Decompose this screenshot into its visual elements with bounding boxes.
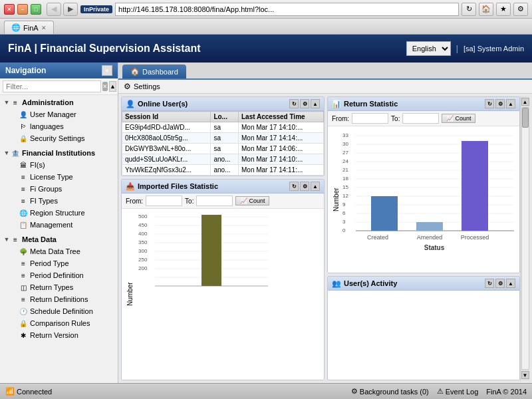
return-stat-collapse-button[interactable]: ▲ — [506, 99, 515, 108]
tab-dashboard[interactable]: 🏠 Dashboard — [122, 65, 186, 78]
imported-settings-button[interactable]: ⚙ — [300, 182, 309, 191]
table-cell: EG9ip4dRD-dJaWD... — [122, 122, 211, 133]
sidebar-filter-input[interactable] — [3, 80, 101, 92]
sidebar-item-fis[interactable]: 🏛 FI(s) — [0, 159, 118, 171]
fi-types-icon: ≡ — [19, 196, 28, 205]
sidebar-collapse-button[interactable]: « — [102, 65, 112, 76]
svg-text:12: 12 — [342, 193, 348, 199]
user-activity-title: User(s) Activity — [344, 279, 397, 287]
period-def-icon: ≡ — [19, 271, 28, 280]
settings-label[interactable]: Settings — [134, 82, 160, 90]
scroll-up-button[interactable]: ▲ — [521, 98, 529, 106]
statusbar: 📶 Connected ⚙ Background tasks (0) ⚠ Eve… — [0, 383, 532, 399]
minimize-window-button[interactable]: − — [17, 4, 28, 15]
sidebar-item-return-types[interactable]: ◫ Return Types — [0, 281, 118, 293]
browser-tab-fina[interactable]: 🌐 FinA ✕ — [4, 21, 54, 34]
license-icon: ≡ — [19, 172, 28, 182]
imported-from-input[interactable] — [146, 196, 182, 206]
user-activity-refresh-button[interactable]: ↻ — [485, 279, 494, 288]
period-type-label: Period Type — [30, 259, 69, 267]
comparison-rules-label: Comparison Rules — [30, 319, 90, 327]
imported-count-button[interactable]: 📈 Count — [235, 196, 269, 205]
browser-tabbar: 🌐 FinA ✕ — [0, 19, 532, 35]
favorites-button[interactable]: ★ — [496, 3, 511, 16]
sidebar-item-security-settings[interactable]: 🔒 Security Settings — [0, 132, 118, 144]
imported-refresh-button[interactable]: ↻ — [289, 182, 299, 191]
sidebar-item-fi-groups[interactable]: ≡ Fi Groups — [0, 183, 118, 195]
refresh-button[interactable]: ↻ — [462, 3, 476, 16]
management-icon: 📋 — [19, 220, 28, 229]
sidebar-item-return-definitions[interactable]: ≡ Return Definitions — [0, 293, 118, 305]
inprivate-badge: InPrivate — [80, 5, 112, 13]
imported-collapse-button[interactable]: ▲ — [311, 182, 320, 191]
imported-files-panel: 📥 Imported Files Statistic ↻ ⚙ ▲ From: T… — [121, 179, 325, 380]
sidebar-item-management[interactable]: 📋 Management — [0, 219, 118, 231]
sidebar-item-languages[interactable]: 🏳 languages — [0, 120, 118, 132]
table-cell: qudd+S9LuUoAKLr... — [122, 154, 211, 165]
sidebar-item-schedule-definition[interactable]: 🕐 Schedule Definition — [0, 305, 118, 317]
user-activity-header: 👥 User(s) Activity ↻ ⚙ ▲ — [328, 277, 519, 291]
return-stat-icon: 📊 — [332, 100, 341, 108]
sidebar-filter-clear-button[interactable]: ✕ — [102, 82, 108, 91]
imported-to-input[interactable] — [196, 196, 233, 206]
expand-icon: ▼ — [3, 235, 11, 243]
svg-text:3: 3 — [342, 219, 346, 225]
tree-section-administration-header[interactable]: ▼ ≡ Administration — [0, 96, 118, 108]
sidebar-item-user-manager[interactable]: 👤 User Manager — [0, 108, 118, 120]
app-title: FinA | Financial Supervision Assistant — [8, 43, 201, 55]
online-users-icon: 👤 — [126, 100, 135, 108]
table-cell: sa — [211, 133, 239, 144]
return-to-input[interactable] — [402, 113, 439, 124]
management-label: Management — [30, 221, 72, 229]
return-count-button[interactable]: 📈 Count — [442, 114, 475, 123]
sidebar-item-comparison-rules[interactable]: 🔒 Comparison Rules — [0, 317, 118, 329]
close-window-button[interactable]: ✕ — [4, 4, 15, 15]
sidebar-item-license-type[interactable]: ≡ License Type — [0, 171, 118, 183]
security-icon: 🔒 — [19, 134, 28, 143]
user-activity-settings-button[interactable]: ⚙ — [495, 279, 505, 288]
table-row: YtvWkEZqNfGsx3u2...ano...Mon Mar 17 14:1… — [122, 165, 324, 176]
address-bar[interactable] — [115, 3, 459, 16]
user-label: [sa] System Admin — [464, 45, 524, 53]
tab-close-icon[interactable]: ✕ — [41, 25, 47, 31]
main-tabs: 🏠 Dashboard — [118, 63, 532, 80]
scroll-down-button[interactable]: ▼ — [521, 371, 529, 379]
sidebar-item-period-definition[interactable]: ≡ Period Definition — [0, 269, 118, 281]
online-users-collapse-button[interactable]: ▲ — [311, 99, 320, 108]
schedule-icon: 🕐 — [19, 307, 28, 316]
sidebar-header: Navigation « — [0, 63, 118, 78]
user-activity-collapse-button[interactable]: ▲ — [506, 279, 515, 288]
tree-section-metadata-header[interactable]: ▼ ≡ Meta Data — [0, 233, 118, 245]
sidebar-item-fi-types[interactable]: ≡ FI Types — [0, 195, 118, 207]
sidebar-item-metadata-tree[interactable]: 🌳 Meta Data Tree — [0, 245, 118, 257]
home-button[interactable]: 🏠 — [479, 3, 493, 16]
tree-section-fi-header[interactable]: ▼ 🏦 Financial Institutions — [0, 147, 118, 159]
forward-button[interactable]: ▶ — [63, 3, 78, 16]
sidebar-scroll-up-button[interactable]: ▲ — [109, 81, 116, 92]
region-structure-label: Region Structure — [30, 209, 85, 217]
sidebar-item-region-structure[interactable]: 🌐 Region Structure — [0, 207, 118, 219]
return-from-input[interactable] — [352, 113, 388, 124]
table-cell: 0HcX808aoL05tr5g... — [122, 133, 211, 144]
online-users-refresh-button[interactable]: ↻ — [289, 99, 299, 108]
fis-label: FI(s) — [30, 161, 45, 169]
metadata-tree-label: Meta Data Tree — [30, 247, 80, 255]
online-users-settings-button[interactable]: ⚙ — [300, 99, 309, 108]
return-stat-refresh-button[interactable]: ↻ — [485, 99, 494, 108]
table-cell: ano... — [211, 154, 239, 165]
back-button[interactable]: ◀ — [47, 3, 61, 16]
table-cell: YtvWkEZqNfGsx3u2... — [122, 165, 211, 176]
maximize-window-button[interactable]: □ — [31, 4, 41, 15]
tools-button[interactable]: ⚙ — [513, 3, 528, 16]
tab-title: FinA — [23, 24, 39, 32]
return-stat-settings-button[interactable]: ⚙ — [495, 99, 505, 108]
event-log[interactable]: ⚠ Event Log — [437, 387, 479, 396]
dashboard-right: 📊 Return Statistic ↻ ⚙ ▲ From: To: — [327, 96, 520, 380]
background-tasks[interactable]: ⚙ Background tasks (0) — [351, 387, 429, 396]
user-manager-label: User Manager — [30, 110, 76, 118]
language-selector[interactable]: English — [406, 41, 451, 56]
table-cell: Mon Mar 17 14:06:... — [239, 144, 324, 154]
app-header: FinA | Financial Supervision Assistant E… — [0, 35, 532, 63]
sidebar-item-return-version[interactable]: ✱ Return Version — [0, 329, 118, 341]
sidebar-item-period-type[interactable]: ≡ Period Type — [0, 257, 118, 269]
